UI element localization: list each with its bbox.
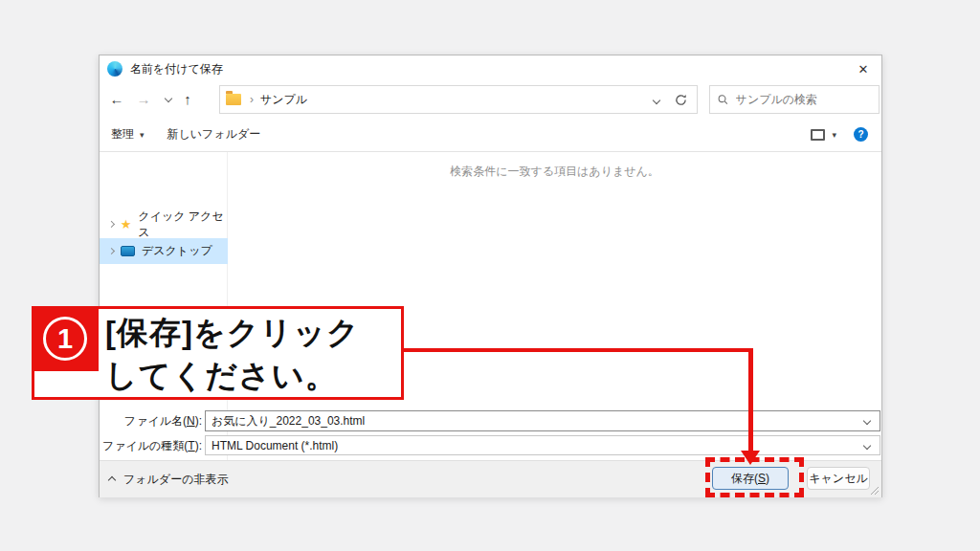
- sidebar-item-label: クイック アクセス: [138, 209, 228, 241]
- close-icon[interactable]: ✕: [847, 55, 880, 82]
- sidebar-item-quick-access[interactable]: ★ クイック アクセス: [100, 211, 228, 237]
- filetype-accesskey: T: [188, 439, 194, 452]
- annotation-connector-horizontal: [404, 348, 753, 352]
- cancel-label: キャンセル: [809, 471, 867, 487]
- annotation-step-badge: 1: [32, 306, 99, 371]
- screenshot-stage: 名前を付けて保存 ✕ ← → ↑ › サンプル: [0, 0, 980, 551]
- save-as-dialog: 名前を付けて保存 ✕ ← → ↑ › サンプル: [99, 55, 882, 497]
- filename-label-text: ファイル名(: [124, 414, 187, 428]
- folder-icon: [226, 94, 241, 105]
- sidebar-item-label: デスクトップ: [142, 243, 212, 259]
- step-number: 1: [43, 317, 87, 361]
- help-icon[interactable]: ?: [854, 127, 868, 142]
- view-caret-icon: ▾: [832, 130, 836, 140]
- filetype-dropdown[interactable]: HTML Document (*.html): [205, 435, 880, 455]
- filetype-label-text: ファイルの種類(: [102, 439, 188, 452]
- annotation-line1: [保存]をクリック: [105, 311, 360, 354]
- resize-grip[interactable]: [869, 485, 879, 495]
- annotation-connector-vertical: [748, 348, 753, 452]
- hide-folders-button[interactable]: フォルダーの非表示: [109, 472, 228, 488]
- organize-caret-icon: ▾: [140, 130, 145, 140]
- breadcrumb[interactable]: サンプル: [260, 92, 307, 108]
- back-icon[interactable]: ←: [105, 86, 128, 111]
- expand-chevron-icon[interactable]: [108, 221, 115, 228]
- dialog-title: 名前を付けて保存: [130, 61, 223, 77]
- search-input[interactable]: [736, 93, 871, 106]
- new-folder-label: 新しいフォルダー: [167, 126, 261, 143]
- breadcrumb-separator-icon: ›: [250, 93, 254, 106]
- annotation-line2: してください。: [105, 354, 360, 397]
- filetype-label-suffix: ):: [195, 439, 202, 452]
- sidebar-item-desktop[interactable]: デスクトップ: [100, 238, 228, 264]
- filetype-dropdown-icon[interactable]: [858, 443, 880, 449]
- filetype-value: HTML Document (*.html): [206, 439, 338, 452]
- up-icon[interactable]: ↑: [176, 86, 199, 111]
- dialog-titlebar: 名前を付けて保存 ✕: [100, 55, 881, 82]
- refresh-icon[interactable]: [675, 94, 687, 106]
- address-dropdown-icon[interactable]: [654, 93, 659, 106]
- command-toolbar: 整理 ▾ 新しいフォルダー ▾ ?: [100, 118, 881, 152]
- address-bar[interactable]: › サンプル: [219, 85, 698, 114]
- desktop-icon: [121, 246, 135, 256]
- filename-label-suffix: ):: [195, 414, 202, 428]
- annotation-arrowhead-icon: [741, 451, 760, 465]
- search-box[interactable]: [709, 85, 880, 114]
- filename-input[interactable]: [206, 414, 864, 428]
- view-options-button[interactable]: ▾: [811, 129, 836, 141]
- filename-label: ファイル名(N):: [100, 413, 202, 430]
- expand-chevron-icon[interactable]: [108, 248, 115, 254]
- edge-logo-icon: [107, 61, 122, 77]
- filetype-label: ファイルの種類(T):: [100, 438, 202, 454]
- forward-icon[interactable]: →: [132, 86, 155, 111]
- organize-label: 整理: [111, 126, 134, 143]
- view-icon: [811, 129, 825, 141]
- search-icon: [718, 94, 728, 105]
- new-folder-button[interactable]: 新しいフォルダー: [156, 118, 273, 151]
- organize-button[interactable]: 整理 ▾: [100, 118, 156, 151]
- cancel-button[interactable]: キャンセル: [807, 467, 870, 490]
- empty-results-message: 検索条件に一致する項目はありません。: [228, 164, 881, 180]
- navigation-bar: ← → ↑ › サンプル: [100, 82, 881, 118]
- filename-combobox[interactable]: [205, 410, 880, 431]
- filename-dropdown-icon[interactable]: [864, 418, 880, 424]
- filename-accesskey: N: [187, 414, 195, 428]
- annotation-text: [保存]をクリック してください。: [105, 311, 360, 397]
- hide-folders-label: フォルダーの非表示: [123, 472, 228, 488]
- annotation-callout: 1 [保存]をクリック してください。: [32, 306, 404, 400]
- chevron-up-icon: [108, 475, 116, 483]
- quick-access-star-icon: ★: [121, 218, 132, 231]
